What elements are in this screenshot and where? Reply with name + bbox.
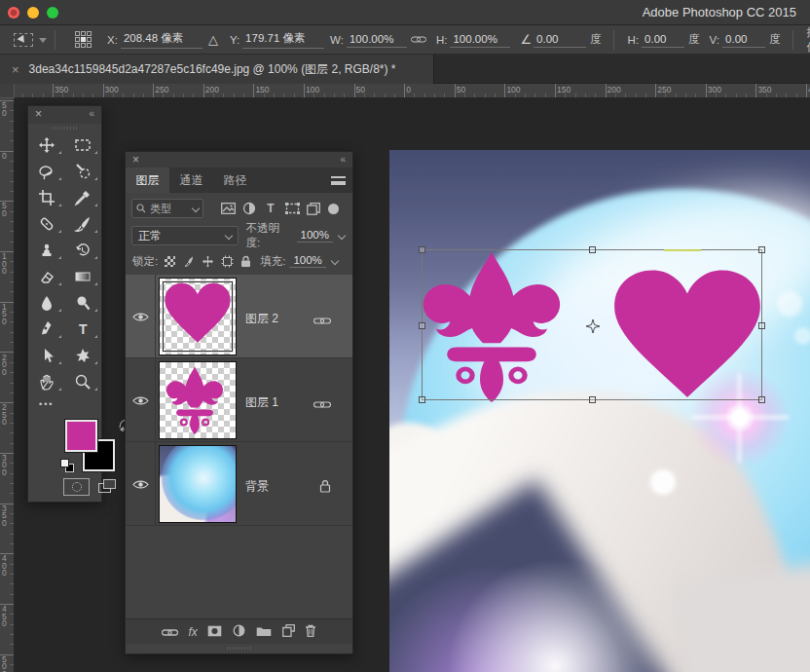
tab-channels[interactable]: 通道 <box>169 168 213 193</box>
link-dimensions-icon[interactable] <box>411 34 426 46</box>
transform-handle-middle-left[interactable] <box>419 322 425 329</box>
brush-tool[interactable] <box>65 210 102 237</box>
history-brush-tool[interactable] <box>65 237 102 263</box>
transform-bounding-box[interactable] <box>422 249 762 400</box>
eyedropper-tool[interactable] <box>65 184 102 210</box>
panel-menu-icon[interactable] <box>331 176 346 185</box>
filter-type-layers-icon[interactable]: T <box>260 200 281 217</box>
foreground-color-swatch[interactable] <box>65 420 97 452</box>
layer-name[interactable]: 图层 2 <box>245 311 278 327</box>
layer-visibility-toggle[interactable] <box>126 275 156 358</box>
close-document-icon[interactable]: × <box>12 62 19 77</box>
minimize-window-button[interactable] <box>27 7 39 19</box>
layer-visibility-toggle[interactable] <box>126 442 156 526</box>
panel-grip[interactable] <box>53 127 78 130</box>
new-group-button[interactable] <box>256 623 272 641</box>
layer-row-layer2[interactable]: 图层 2 <box>126 275 352 358</box>
transform-handle-top-right[interactable] <box>758 246 765 253</box>
default-colors-icon[interactable] <box>60 459 74 472</box>
layer-row-background[interactable]: 背景 <box>126 442 352 526</box>
zoom-tool[interactable] <box>65 368 102 394</box>
tool-preset-caret-icon[interactable] <box>39 38 47 47</box>
spot-healing-brush-tool[interactable] <box>28 210 65 237</box>
filter-type-dropdown[interactable]: 类型 <box>131 199 203 218</box>
layer-name[interactable]: 背景 <box>245 478 269 495</box>
pen-tool[interactable] <box>28 316 65 342</box>
fill-value[interactable]: 100% <box>289 254 325 268</box>
chevron-down-icon[interactable] <box>331 257 339 265</box>
dodge-tool[interactable] <box>65 289 102 316</box>
lock-transparency-icon[interactable] <box>165 256 175 267</box>
close-window-button[interactable] <box>8 7 19 19</box>
width-scale-field[interactable]: 100.00% <box>347 32 407 48</box>
v-skew-field[interactable]: 0.00 <box>722 32 765 48</box>
tab-layers[interactable]: 图层 <box>126 168 169 193</box>
filter-shape-layers-icon[interactable] <box>281 200 303 217</box>
x-position-field[interactable]: 208.48 像素 <box>121 30 202 49</box>
quick-mask-button[interactable] <box>63 478 90 496</box>
layer-name[interactable]: 图层 1 <box>245 394 278 411</box>
relative-position-button[interactable]: △ <box>208 32 218 47</box>
transform-handle-bottom-middle[interactable] <box>589 396 596 403</box>
layer-visibility-toggle[interactable] <box>126 358 156 442</box>
layer-link-icon[interactable] <box>313 395 331 413</box>
height-scale-field[interactable]: 100.00% <box>450 32 510 48</box>
lock-position-icon[interactable] <box>202 255 214 268</box>
transform-handle-middle-right[interactable] <box>758 322 765 329</box>
vertical-ruler[interactable]: 50050100150200250300350400450500 <box>0 98 15 672</box>
hand-tool[interactable] <box>28 368 65 394</box>
y-position-field[interactable]: 179.71 像素 <box>242 30 324 49</box>
transform-tool-icon[interactable] <box>14 33 33 47</box>
layer-row-layer1[interactable]: 图层 1 <box>126 358 352 442</box>
transform-reference-point[interactable] <box>585 318 601 338</box>
document-tab[interactable]: × 3dea34c1159845d2a47287e5c16fc49e.jpg @… <box>0 55 434 84</box>
filter-pixel-layers-icon[interactable] <box>217 200 239 217</box>
rotation-field[interactable]: 0.00 <box>534 32 586 48</box>
screen-mode-button[interactable] <box>96 478 122 496</box>
tab-paths[interactable]: 路径 <box>213 168 257 193</box>
crop-tool[interactable] <box>28 184 65 210</box>
lock-artboard-icon[interactable] <box>221 255 234 268</box>
lasso-tool[interactable] <box>28 158 65 184</box>
layer-link-icon[interactable] <box>313 312 331 329</box>
transform-handle-top-left[interactable] <box>419 246 425 253</box>
document-canvas[interactable] <box>389 150 810 672</box>
gradient-tool[interactable] <box>65 263 102 289</box>
collapse-panel-icon[interactable]: « <box>340 154 347 165</box>
blur-tool[interactable] <box>28 289 65 316</box>
rectangular-marquee-tool[interactable] <box>65 131 102 158</box>
filter-adjustment-layers-icon[interactable] <box>239 200 260 217</box>
link-layers-button[interactable] <box>162 623 178 641</box>
chevron-down-icon[interactable] <box>338 232 346 240</box>
collapse-panel-icon[interactable]: « <box>89 108 95 119</box>
layer-thumbnail-photo[interactable] <box>159 445 237 523</box>
transform-handle-bottom-left[interactable] <box>419 396 425 403</box>
edit-toolbar-button[interactable]: ••• <box>28 394 101 414</box>
transform-handle-bottom-right[interactable] <box>758 396 765 403</box>
eraser-tool[interactable] <box>28 263 65 289</box>
close-panel-icon[interactable]: × <box>35 107 42 121</box>
transform-handle-top-middle[interactable] <box>589 246 596 253</box>
layer-style-button[interactable]: fx <box>188 625 197 639</box>
panel-resize-grip[interactable] <box>126 644 352 653</box>
type-tool[interactable]: T <box>65 316 102 342</box>
delete-layer-button[interactable] <box>305 623 316 641</box>
opacity-value[interactable]: 100% <box>297 229 333 243</box>
quick-selection-tool[interactable] <box>65 158 102 184</box>
move-tool[interactable] <box>28 131 65 158</box>
lock-pixels-icon[interactable] <box>182 255 195 268</box>
blend-mode-dropdown[interactable]: 正常 <box>131 226 239 245</box>
ruler-corner[interactable] <box>0 84 15 98</box>
layer-thumbnail-heart[interactable] <box>159 278 237 355</box>
clone-stamp-tool[interactable] <box>28 237 65 263</box>
close-panel-icon[interactable]: × <box>132 153 139 167</box>
tools-panel-header[interactable]: × « <box>28 106 101 124</box>
horizontal-ruler[interactable]: 3503002502001501005005010015020025030035… <box>15 84 810 98</box>
reference-point-locator[interactable] <box>75 31 92 48</box>
new-adjustment-layer-button[interactable] <box>233 623 245 641</box>
lock-all-icon[interactable] <box>240 255 251 268</box>
add-layer-mask-button[interactable] <box>207 623 222 641</box>
filter-pin-icon[interactable] <box>328 204 339 214</box>
filter-smart-objects-icon[interactable] <box>303 200 324 217</box>
custom-shape-tool[interactable] <box>65 342 102 368</box>
